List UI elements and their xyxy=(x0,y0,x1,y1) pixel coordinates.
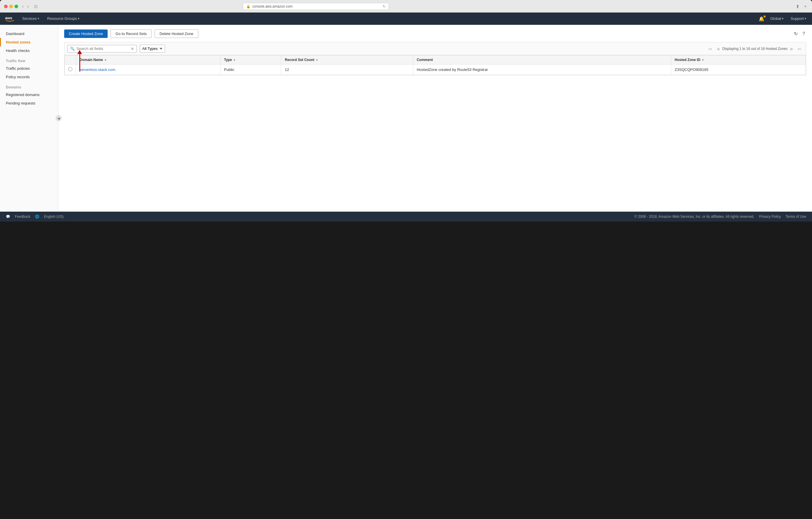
services-menu[interactable]: Services ▾ xyxy=(21,12,40,25)
new-tab-button[interactable]: + xyxy=(803,3,808,10)
services-label: Services xyxy=(22,16,37,21)
feedback-icon: 💬 xyxy=(6,215,10,219)
language-selector[interactable]: English (US) xyxy=(44,215,64,219)
table-section: 🔍 ✕ All Types ⏮ ◀ Displaying 1 to 16 out… xyxy=(64,42,806,75)
content-area: Create Hosted Zone Go to Record Sets Del… xyxy=(58,25,812,212)
search-icon: 🔍 xyxy=(70,47,75,51)
domains-section-label: Domains xyxy=(0,81,58,90)
annotated-domain: serverless-stack.com. xyxy=(80,67,116,72)
next-page-button[interactable]: ▶ xyxy=(789,46,795,52)
aws-logo[interactable]: aws xyxy=(5,15,15,23)
table-row: serverless-stack.com. Public 12 HostedZo… xyxy=(65,64,806,75)
browser-chrome: ‹ › ⊡ 🔒 console.aws.amazon.com ↻ ⬆ + xyxy=(0,0,812,12)
type-sort-icon: ▾ xyxy=(234,58,235,62)
share-button[interactable]: ⬆ xyxy=(794,3,801,10)
url-text: console.aws.amazon.com xyxy=(252,4,293,8)
refresh-button[interactable]: ↻ xyxy=(793,30,799,38)
footer-right: © 2008 - 2018, Amazon Web Services, Inc.… xyxy=(634,215,806,219)
type-cell: Public xyxy=(221,64,281,75)
aws-topnav: aws Services ▾ Resource Groups ▾ 🔔 Globa… xyxy=(0,12,812,25)
zone-id-sort-icon: ▾ xyxy=(702,58,703,62)
sidebar-item-health-checks[interactable]: Health checks xyxy=(0,47,58,55)
search-box[interactable]: 🔍 ✕ xyxy=(67,45,137,53)
nav-buttons: ‹ › xyxy=(21,3,30,10)
sidebar-item-pending-requests[interactable]: Pending requests xyxy=(0,99,58,107)
svg-text:aws: aws xyxy=(5,16,12,20)
sidebar-toggle[interactable]: ◀ xyxy=(56,115,62,121)
lock-icon: 🔒 xyxy=(246,4,251,8)
footer: 💬 Feedback 🌐 English (US) © 2008 - 2018,… xyxy=(0,212,812,222)
close-button[interactable] xyxy=(4,5,7,8)
refresh-icon[interactable]: ↻ xyxy=(383,4,385,8)
sidebar-item-hosted-zones[interactable]: Hosted zones xyxy=(0,38,58,47)
support-caret: ▾ xyxy=(805,17,806,20)
resource-groups-menu[interactable]: Resource Groups ▾ xyxy=(46,12,81,25)
type-header[interactable]: Type ▾ xyxy=(221,55,281,64)
create-hosted-zone-button[interactable]: Create Hosted Zone xyxy=(64,29,108,38)
record-count-sort-icon: ▾ xyxy=(316,58,318,62)
last-page-button[interactable]: ⏭ xyxy=(796,46,803,52)
services-caret: ▾ xyxy=(38,17,39,20)
record-set-count-header[interactable]: Record Set Count ▾ xyxy=(281,55,413,64)
row-select-cell[interactable] xyxy=(65,64,76,75)
pagination-info: ⏮ ◀ Displaying 1 to 16 out of 16 Hosted … xyxy=(707,46,803,52)
first-page-button[interactable]: ⏮ xyxy=(707,46,714,52)
support-menu[interactable]: Support ▾ xyxy=(789,16,807,21)
hosted-zone-id-header[interactable]: Hosted Zone ID ▾ xyxy=(671,55,806,64)
goto-record-sets-button[interactable]: Go to Record Sets xyxy=(111,29,152,38)
notifications-button[interactable]: 🔔 xyxy=(759,16,764,22)
maximize-button[interactable] xyxy=(14,5,18,8)
toolbar-right: ↻ ? xyxy=(793,30,806,38)
global-label: Global xyxy=(770,16,781,21)
sidebar-item-policy-records[interactable]: Policy records xyxy=(0,73,58,81)
resource-groups-label: Resource Groups xyxy=(47,16,77,21)
terms-of-use-link[interactable]: Terms of Use xyxy=(785,215,806,219)
pagination-text: Displaying 1 to 16 out of 16 Hosted Zone… xyxy=(722,47,787,51)
global-caret: ▾ xyxy=(782,17,783,20)
comment-header: Comment xyxy=(413,55,671,64)
back-button[interactable]: ‹ xyxy=(21,3,25,10)
sidebar-item-traffic-policies[interactable]: Traffic policies xyxy=(0,64,58,73)
record-set-count-cell: 12 xyxy=(281,64,413,75)
traffic-flow-section-label: Traffic flow xyxy=(0,55,58,64)
hosted-zone-id-cell: Z3SQCQPO909165 xyxy=(671,64,806,75)
hosted-zones-table: Domain Name ▾ Type ▾ Record Set Count ▾ xyxy=(64,55,806,75)
global-region-menu[interactable]: Global ▾ xyxy=(769,16,785,21)
privacy-policy-link[interactable]: Privacy Policy xyxy=(759,215,781,219)
prev-page-button[interactable]: ◀ xyxy=(715,46,721,52)
copyright-text: © 2008 - 2018, Amazon Web Services, Inc.… xyxy=(634,215,754,219)
address-bar[interactable]: 🔒 console.aws.amazon.com ↻ xyxy=(243,3,389,10)
topnav-right: 🔔 Global ▾ Support ▾ xyxy=(759,16,807,22)
support-label: Support xyxy=(790,16,804,21)
delete-hosted-zone-button[interactable]: Delete Hosted Zone xyxy=(154,29,198,38)
comment-cell: HostedZone created by Route53 Registrar xyxy=(413,64,671,75)
domain-name-header[interactable]: Domain Name ▾ xyxy=(76,55,221,64)
sidebar-item-registered-domains[interactable]: Registered domains xyxy=(0,90,58,99)
type-filter-select[interactable]: All Types xyxy=(140,45,165,53)
domain-name-cell[interactable]: serverless-stack.com. xyxy=(76,64,221,75)
clear-search-button[interactable]: ✕ xyxy=(130,47,134,51)
minimize-button[interactable] xyxy=(9,5,13,8)
select-col-header xyxy=(65,55,76,64)
feedback-link[interactable]: Feedback xyxy=(15,215,30,219)
browser-actions: ⬆ + xyxy=(794,3,808,10)
sidebar-item-dashboard[interactable]: Dashboard xyxy=(0,29,58,38)
main-layout: ◀ Dashboard Hosted zones Health checks T… xyxy=(0,25,812,212)
row-radio-button[interactable] xyxy=(68,67,72,71)
search-input[interactable] xyxy=(77,47,129,51)
toolbar: Create Hosted Zone Go to Record Sets Del… xyxy=(64,29,806,38)
tab-arrange-button[interactable]: ⊡ xyxy=(33,3,39,9)
language-icon: 🌐 xyxy=(35,215,39,219)
forward-button[interactable]: › xyxy=(26,3,30,10)
notification-badge xyxy=(763,16,765,18)
traffic-lights xyxy=(4,5,18,8)
domain-name-link[interactable]: serverless-stack.com. xyxy=(80,67,116,72)
table-header-row: Domain Name ▾ Type ▾ Record Set Count ▾ xyxy=(65,55,806,64)
help-button[interactable]: ? xyxy=(801,30,806,38)
sidebar: ◀ Dashboard Hosted zones Health checks T… xyxy=(0,25,58,212)
domain-name-sort-icon: ▾ xyxy=(105,58,106,62)
resource-groups-caret: ▾ xyxy=(78,17,79,20)
filter-bar: 🔍 ✕ All Types ⏮ ◀ Displaying 1 to 16 out… xyxy=(64,42,806,55)
